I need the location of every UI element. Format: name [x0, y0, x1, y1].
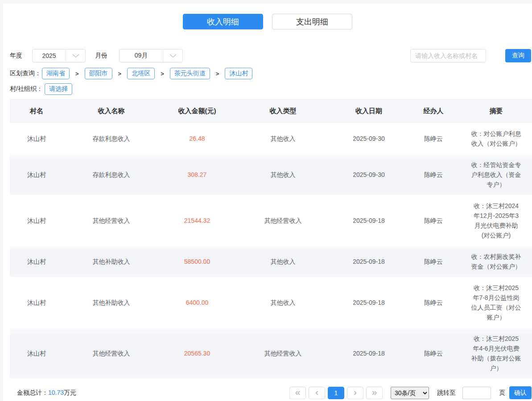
- cell-summary: 收：沐三村2024年12月-2025年3月光伏电费补助(对公账户): [460, 195, 532, 246]
- last-page-button[interactable]: »: [366, 387, 383, 399]
- cell-date: 2025-09-18: [331, 277, 407, 328]
- cell-amount: 308.27: [159, 154, 235, 195]
- cell-type: 其他经营收入: [235, 328, 331, 379]
- month-label: 月份: [95, 52, 107, 60]
- cell-village: 沐山村: [10, 123, 63, 154]
- org-select-button[interactable]: 请选择: [45, 83, 72, 95]
- region-street-button[interactable]: 茶元头街道: [170, 68, 210, 79]
- prev-page-button[interactable]: ‹: [309, 387, 325, 399]
- cell-type: 其他收入: [235, 123, 331, 154]
- col-header-summary: 摘要: [460, 99, 532, 123]
- cell-income-name: 其他补助收入: [63, 277, 159, 328]
- cell-date: 2025-09-18: [331, 328, 407, 379]
- breadcrumb-separator: >: [75, 70, 79, 77]
- cell-village: 沐山村: [10, 277, 63, 328]
- cell-income-name: 其他经营收入: [63, 328, 159, 379]
- cell-village: 沐山村: [10, 195, 63, 246]
- cell-date: 2025-09-18: [331, 246, 407, 277]
- region-province-button[interactable]: 湖南省: [42, 68, 70, 79]
- pagination: « ‹ 1 › » 30条/页 跳转至 页 确认: [287, 386, 532, 399]
- search-button[interactable]: 查询: [505, 49, 531, 62]
- first-page-button[interactable]: «: [289, 387, 306, 399]
- cell-income-name: 存款利息收入: [63, 154, 159, 195]
- cell-income-name: 其他补助收入: [63, 246, 159, 277]
- table-row: 沐山村 其他经营收入 21544.32 其他经营收入 2025-09-18 陈峥…: [10, 195, 532, 246]
- cell-type: 其他收入: [235, 277, 331, 328]
- cell-village: 沐山村: [10, 246, 63, 277]
- org-label: 村/社组织：: [10, 85, 43, 93]
- current-page-button[interactable]: 1: [328, 387, 344, 399]
- cell-amount: 20565.30: [159, 328, 235, 379]
- cell-type: 其他经营收入: [235, 195, 331, 246]
- content-panel: 收入明细 支出明细 年度 2025 月份 09月 查询 区划查询： 湖南省 > …: [3, 4, 532, 401]
- year-label: 年度: [10, 52, 22, 60]
- total-unit: 万元: [64, 389, 76, 396]
- table-row: 沐山村 其他经营收入 20565.30 其他经营收入 2025-09-18 陈峥…: [10, 328, 532, 379]
- cell-date: 2025-09-30: [331, 123, 407, 154]
- cell-operator: 陈峥云: [407, 328, 460, 379]
- year-select[interactable]: 2025: [32, 49, 86, 62]
- cell-summary: 收：对公账户利息收入（对公账户）: [460, 123, 532, 154]
- income-table: 村名 收入名称 收入金额(元) 收入类型 收入日期 经办人 摘要 沐山村 存款利…: [10, 99, 532, 379]
- jump-page-input[interactable]: [462, 387, 491, 399]
- cell-type: 其他收入: [235, 246, 331, 277]
- search-group: 查询: [410, 49, 531, 62]
- cell-operator: 陈峥云: [407, 195, 460, 246]
- year-select-value: 2025: [33, 49, 66, 62]
- total-amount: 金额总计：10.73万元: [17, 389, 76, 397]
- region-village-button[interactable]: 沐山村: [225, 68, 252, 79]
- table-row: 沐山村 其他补助收入 6400.00 其他收入 2025-09-18 陈峥云 收…: [10, 277, 532, 328]
- cell-summary: 收：沐三村2025年4-6月光伏电费补助（拨在对公账户）: [460, 328, 532, 379]
- breadcrumb-separator: >: [216, 70, 219, 77]
- cell-amount: 21544.32: [159, 195, 235, 246]
- cell-amount: 26.48: [159, 123, 235, 154]
- cell-village: 沐山村: [10, 154, 63, 195]
- region-district-button[interactable]: 北塔区: [127, 68, 155, 79]
- total-value: 10.73: [48, 389, 64, 396]
- col-header-income-name: 收入名称: [63, 99, 159, 123]
- jump-to-label: 跳转至: [437, 389, 456, 397]
- filter-bar: 年度 2025 月份 09月 查询: [10, 49, 531, 62]
- table-row: 沐山村 存款利息收入 26.48 其他收入 2025-09-30 陈峥云 收：对…: [10, 123, 532, 154]
- cell-summary: 收：沐三村2025年7-8月公益性岗位人员工资（对公账户）: [460, 277, 532, 328]
- month-select-value: 09月: [120, 49, 163, 62]
- breadcrumb-separator: >: [161, 70, 164, 77]
- cell-operator: 陈峥云: [407, 123, 460, 154]
- search-input[interactable]: [410, 49, 486, 62]
- region-breadcrumb: 区划查询： 湖南省 > 邵阳市 > 北塔区 > 茶元头街道 > 沐山村: [10, 68, 532, 79]
- chevron-down-icon: [66, 49, 85, 62]
- cell-date: 2025-09-30: [331, 154, 407, 195]
- tab-bar: 收入明细 支出明细: [3, 4, 532, 29]
- cell-income-name: 存款利息收入: [63, 123, 159, 154]
- col-header-date: 收入日期: [331, 99, 407, 123]
- cell-operator: 陈峥云: [407, 154, 460, 195]
- tab-income-detail[interactable]: 收入明细: [183, 14, 263, 29]
- page-size-select[interactable]: 30条/页: [391, 387, 429, 399]
- cell-operator: 陈峥云: [407, 277, 460, 328]
- region-query-label: 区划查询：: [10, 70, 41, 78]
- month-select[interactable]: 09月: [119, 49, 183, 62]
- footer-bar: 金额总计：10.73万元 « ‹ 1 › » 30条/页 跳转至 页 确认: [10, 386, 532, 399]
- table-row: 沐山村 存款利息收入 308.27 其他收入 2025-09-30 陈峥云 收：…: [10, 154, 532, 195]
- total-label: 金额总计：: [17, 389, 48, 396]
- cell-amount: 58500.00: [159, 246, 235, 277]
- org-row: 村/社组织： 请选择: [10, 83, 532, 95]
- chevron-down-icon: [163, 49, 182, 62]
- cell-summary: 收：经管站资金专户利息收入（资金专户）: [460, 154, 532, 195]
- cell-amount: 6400.00: [159, 277, 235, 328]
- tab-expense-detail[interactable]: 支出明细: [272, 14, 352, 29]
- col-header-amount: 收入金额(元): [159, 99, 235, 123]
- cell-summary: 收：农村厕改奖补资金（对公账户）: [460, 246, 532, 277]
- confirm-button[interactable]: 确认: [509, 386, 532, 399]
- cell-village: 沐山村: [10, 328, 63, 379]
- page-unit-label: 页: [499, 389, 505, 397]
- region-city-button[interactable]: 邵阳市: [85, 68, 112, 79]
- cell-date: 2025-09-18: [331, 195, 407, 246]
- col-header-operator: 经办人: [407, 99, 460, 123]
- table-header-row: 村名 收入名称 收入金额(元) 收入类型 收入日期 经办人 摘要: [10, 99, 532, 123]
- cell-operator: 陈峥云: [407, 246, 460, 277]
- next-page-button[interactable]: ›: [347, 387, 363, 399]
- table-row: 沐山村 其他补助收入 58500.00 其他收入 2025-09-18 陈峥云 …: [10, 246, 532, 277]
- col-header-type: 收入类型: [235, 99, 331, 123]
- cell-income-name: 其他经营收入: [63, 195, 159, 246]
